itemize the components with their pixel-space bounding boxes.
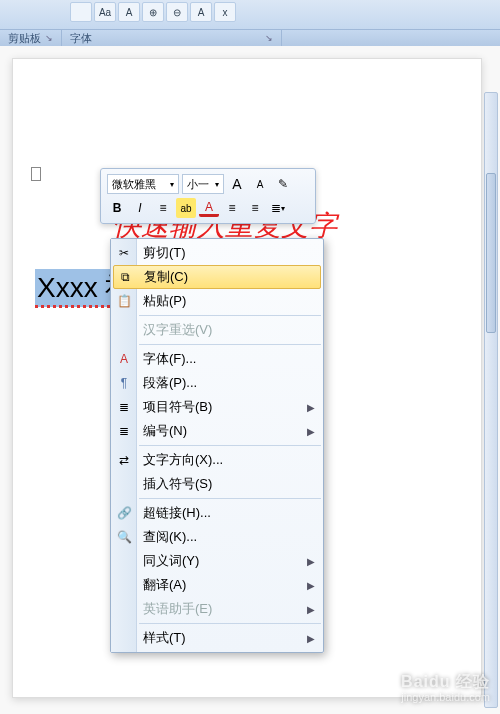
context-menu-label: 同义词(Y) <box>143 552 199 570</box>
bullets-button[interactable]: ≣▾ <box>268 198 288 218</box>
ribbon-btn[interactable]: A <box>118 2 140 22</box>
submenu-arrow-icon: ▶ <box>307 580 315 591</box>
context-menu-label: 插入符号(S) <box>143 475 212 493</box>
mini-toolbar: 微软雅黑▾ 小一▾ A A ✎ B I ≡ ab A ≡ ≡ ≣▾ <box>100 168 316 224</box>
align-button[interactable]: ≡ <box>153 198 173 218</box>
context-menu-item[interactable]: 📋粘贴(P) <box>111 289 323 313</box>
context-menu-item[interactable]: 🔗超链接(H)... <box>111 501 323 525</box>
context-menu-item[interactable]: A字体(F)... <box>111 347 323 371</box>
context-menu-label: 超链接(H)... <box>143 504 211 522</box>
ribbon-btn[interactable]: ⊖ <box>166 2 188 22</box>
context-menu-separator <box>139 315 321 316</box>
ribbon-btn[interactable]: x <box>214 2 236 22</box>
vertical-scrollbar[interactable] <box>484 92 498 708</box>
context-menu-label: 翻译(A) <box>143 576 186 594</box>
context-menu-label: 样式(T) <box>143 629 186 647</box>
context-menu-item[interactable]: ≣编号(N)▶ <box>111 419 323 443</box>
context-menu-separator <box>139 623 321 624</box>
format-painter-button[interactable]: ✎ <box>273 174 293 194</box>
submenu-arrow-icon: ▶ <box>307 556 315 567</box>
submenu-arrow-icon: ▶ <box>307 402 315 413</box>
context-menu-label: 段落(P)... <box>143 374 197 392</box>
group-font-label: 字体 <box>70 31 92 46</box>
submenu-arrow-icon: ▶ <box>307 633 315 644</box>
watermark-logo: Baidu 经验 <box>401 672 490 691</box>
context-menu-icon: ≣ <box>116 423 132 439</box>
context-menu-label: 粘贴(P) <box>143 292 186 310</box>
context-menu-separator <box>139 498 321 499</box>
context-menu-icon: 🔗 <box>116 505 132 521</box>
context-menu-label: 复制(C) <box>144 268 188 286</box>
group-clipboard-label: 剪贴板 <box>8 31 41 46</box>
context-menu-icon: ✂ <box>116 245 132 261</box>
ribbon-btn[interactable]: A <box>190 2 212 22</box>
context-menu-item[interactable]: ⇄文字方向(X)... <box>111 448 323 472</box>
context-menu-item[interactable]: ⧉复制(C) <box>113 265 321 289</box>
context-menu-icon: ⇄ <box>116 452 132 468</box>
highlight-button[interactable]: ab <box>176 198 196 218</box>
italic-button[interactable]: I <box>130 198 150 218</box>
context-menu-item[interactable]: 样式(T)▶ <box>111 626 323 650</box>
context-menu-label: 编号(N) <box>143 422 187 440</box>
context-menu-icon: ≣ <box>116 399 132 415</box>
context-menu-item[interactable]: 同义词(Y)▶ <box>111 549 323 573</box>
context-menu-label: 项目符号(B) <box>143 398 212 416</box>
context-menu-label: 英语助手(E) <box>143 600 212 618</box>
indent-dec-button[interactable]: ≡ <box>222 198 242 218</box>
watermark: Baidu 经验 jingyan.baidu.com <box>401 672 490 704</box>
context-menu-icon: 🔍 <box>116 529 132 545</box>
ribbon-toolbar: Aa A ⊕ ⊖ A x <box>0 0 500 30</box>
context-menu-icon: 📋 <box>116 293 132 309</box>
submenu-arrow-icon: ▶ <box>307 604 315 615</box>
ribbon-btn[interactable] <box>70 2 92 22</box>
expand-icon[interactable]: ↘ <box>45 33 53 43</box>
font-name-combo[interactable]: 微软雅黑▾ <box>107 174 179 194</box>
ribbon-btn[interactable]: ⊕ <box>142 2 164 22</box>
cursor-marker <box>31 167 41 181</box>
context-menu-item[interactable]: ✂剪切(T) <box>111 241 323 265</box>
context-menu-label: 剪切(T) <box>143 244 186 262</box>
grow-font-button[interactable]: A <box>227 174 247 194</box>
ribbon-btn[interactable]: Aa <box>94 2 116 22</box>
expand-icon[interactable]: ↘ <box>265 33 273 43</box>
context-menu-item[interactable]: 翻译(A)▶ <box>111 573 323 597</box>
context-menu-separator <box>139 344 321 345</box>
context-menu-label: 文字方向(X)... <box>143 451 223 469</box>
context-menu-item[interactable]: ¶段落(P)... <box>111 371 323 395</box>
indent-inc-button[interactable]: ≡ <box>245 198 265 218</box>
submenu-arrow-icon: ▶ <box>307 426 315 437</box>
context-menu-item: 汉字重选(V) <box>111 318 323 342</box>
context-menu-item[interactable]: ≣项目符号(B)▶ <box>111 395 323 419</box>
font-size-combo[interactable]: 小一▾ <box>182 174 224 194</box>
context-menu-label: 字体(F)... <box>143 350 196 368</box>
context-menu-icon: A <box>116 351 132 367</box>
scrollbar-thumb[interactable] <box>486 173 496 333</box>
context-menu-separator <box>139 445 321 446</box>
ribbon-group-labels: 剪贴板↘ 字体↘ <box>0 30 500 46</box>
shrink-font-button[interactable]: A <box>250 174 270 194</box>
watermark-url: jingyan.baidu.com <box>401 691 490 704</box>
font-color-button[interactable]: A <box>199 200 219 217</box>
context-menu-label: 汉字重选(V) <box>143 321 212 339</box>
context-menu-icon: ¶ <box>116 375 132 391</box>
context-menu-item: 英语助手(E)▶ <box>111 597 323 621</box>
bold-button[interactable]: B <box>107 198 127 218</box>
context-menu: ✂剪切(T)⧉复制(C)📋粘贴(P)汉字重选(V)A字体(F)...¶段落(P)… <box>110 238 324 653</box>
context-menu-icon: ⧉ <box>117 269 133 285</box>
context-menu-item[interactable]: 🔍查阅(K)... <box>111 525 323 549</box>
context-menu-label: 查阅(K)... <box>143 528 197 546</box>
context-menu-item[interactable]: 插入符号(S) <box>111 472 323 496</box>
